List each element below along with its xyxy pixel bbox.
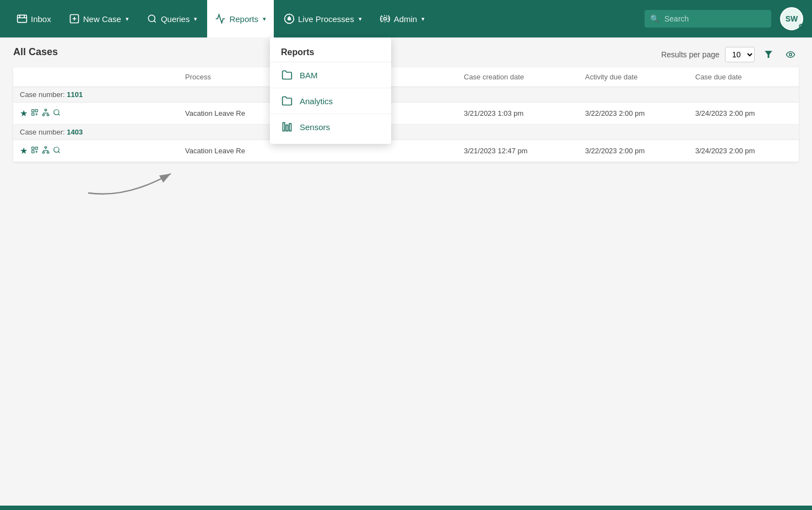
reports-label: Reports bbox=[229, 14, 258, 24]
col-actions bbox=[13, 67, 178, 87]
col-creation-date: Case creation date bbox=[457, 67, 578, 87]
analytics-label: Analytics bbox=[300, 96, 333, 106]
live-processes-chevron: ▾ bbox=[359, 15, 362, 23]
table-header: Process Case creation date Activity due … bbox=[13, 67, 799, 87]
svg-marker-10 bbox=[765, 51, 772, 58]
search-input[interactable] bbox=[645, 10, 771, 28]
main-content: Results per page 10 25 50 Process Case c… bbox=[0, 37, 812, 506]
row-1101-case-due-date: 3/24/2023 2:00 pm bbox=[689, 104, 799, 123]
case-group-1403: Case number: 1403 bbox=[13, 125, 799, 140]
svg-rect-22 bbox=[45, 147, 47, 148]
svg-point-18 bbox=[54, 110, 59, 115]
table-row: ★ bbox=[13, 140, 799, 162]
navbar: Inbox New Case ▾ Queries ▾ Reports ▾ bbox=[0, 0, 812, 37]
row-1101-activity-due-date: 3/22/2023 2:00 pm bbox=[578, 104, 689, 123]
bam-label: BAM bbox=[300, 71, 318, 80]
dropdown-item-analytics[interactable]: Analytics bbox=[270, 88, 391, 114]
svg-rect-23 bbox=[42, 152, 45, 153]
user-initials: SW bbox=[786, 14, 798, 23]
row-1403-process: Vacation Leave Re bbox=[178, 141, 457, 160]
nav-admin[interactable]: Admin ▾ bbox=[372, 0, 433, 37]
case-number-link-1101[interactable]: 1101 bbox=[67, 90, 83, 99]
new-case-icon bbox=[69, 13, 80, 24]
row-1101-actions: ★ bbox=[13, 103, 178, 124]
row-1403-creation-date: 3/21/2023 12:47 pm bbox=[457, 141, 578, 160]
nav-queries[interactable]: Queries ▾ bbox=[139, 0, 205, 37]
search-wrapper: 🔍 bbox=[645, 10, 771, 28]
svg-point-2 bbox=[148, 15, 155, 22]
inbox-icon bbox=[17, 13, 28, 24]
live-processes-label: Live Processes bbox=[298, 14, 354, 24]
reports-chevron: ▾ bbox=[263, 15, 266, 23]
svg-point-5 bbox=[383, 18, 386, 20]
case-number-link-1403[interactable]: 1403 bbox=[67, 128, 83, 136]
case-group-label-1403: Case number: bbox=[20, 128, 67, 136]
svg-rect-7 bbox=[283, 123, 285, 131]
link-icon[interactable] bbox=[31, 146, 39, 155]
row-1403-actions: ★ bbox=[13, 140, 178, 162]
row-1403-activity-due-date: 3/22/2023 2:00 pm bbox=[578, 141, 689, 160]
bottom-bar bbox=[0, 506, 812, 510]
dropdown-item-bam[interactable]: BAM bbox=[270, 62, 391, 88]
new-case-label: New Case bbox=[83, 14, 121, 24]
annotation-arrow bbox=[83, 160, 193, 206]
row-1101-creation-date: 3/21/2023 1:03 pm bbox=[457, 104, 578, 123]
hierarchy-icon[interactable] bbox=[42, 146, 50, 155]
case-group-1101: Case number: 1101 bbox=[13, 87, 799, 103]
sensors-icon bbox=[281, 121, 293, 133]
analytics-folder-icon bbox=[281, 95, 293, 107]
search-case-icon[interactable] bbox=[53, 109, 61, 118]
new-case-chevron: ▾ bbox=[126, 15, 129, 23]
results-per-page-label: Results per page bbox=[661, 50, 719, 59]
queries-chevron: ▾ bbox=[194, 15, 197, 23]
svg-rect-24 bbox=[47, 152, 49, 153]
filter-icon[interactable] bbox=[760, 46, 777, 63]
svg-rect-21 bbox=[32, 151, 34, 153]
dropdown-item-sensors[interactable]: Sensors bbox=[270, 114, 391, 139]
svg-rect-12 bbox=[32, 110, 34, 112]
search-icon: 🔍 bbox=[650, 14, 659, 23]
favorite-icon[interactable]: ★ bbox=[20, 146, 28, 156]
case-group-label-1101: Case number: bbox=[20, 90, 67, 99]
svg-rect-20 bbox=[35, 147, 37, 149]
search-case-icon[interactable] bbox=[53, 146, 61, 155]
svg-point-11 bbox=[789, 53, 792, 56]
svg-rect-15 bbox=[45, 109, 47, 110]
svg-point-6 bbox=[382, 15, 388, 22]
nav-reports[interactable]: Reports ▾ bbox=[207, 0, 274, 37]
svg-point-25 bbox=[54, 147, 59, 152]
admin-icon bbox=[380, 13, 391, 24]
bam-folder-icon bbox=[281, 69, 293, 81]
favorite-icon[interactable]: ★ bbox=[20, 108, 28, 119]
svg-rect-0 bbox=[18, 15, 27, 22]
inbox-label: Inbox bbox=[31, 14, 51, 24]
nav-new-case[interactable]: New Case ▾ bbox=[61, 0, 137, 37]
dropdown-header: Reports bbox=[270, 42, 391, 62]
svg-rect-19 bbox=[32, 147, 34, 149]
col-case-due-date: Case due date bbox=[689, 67, 799, 87]
svg-rect-14 bbox=[32, 113, 34, 115]
live-processes-icon bbox=[284, 13, 295, 24]
reports-dropdown: Reports BAM Analytics Sensors bbox=[270, 37, 391, 144]
results-per-page-select[interactable]: 10 25 50 bbox=[725, 47, 755, 62]
queries-icon bbox=[147, 13, 158, 24]
queries-label: Queries bbox=[161, 14, 190, 24]
user-avatar[interactable]: SW ⚙ bbox=[780, 7, 803, 30]
nav-inbox[interactable]: Inbox bbox=[9, 0, 59, 37]
view-icon[interactable] bbox=[782, 46, 799, 63]
table-controls: Results per page 10 25 50 bbox=[13, 46, 799, 63]
user-settings-icon: ⚙ bbox=[798, 23, 804, 30]
hierarchy-icon[interactable] bbox=[42, 109, 50, 118]
admin-chevron: ▾ bbox=[421, 15, 425, 23]
col-activity-due-date: Activity due date bbox=[578, 67, 689, 87]
svg-point-4 bbox=[288, 18, 290, 20]
nav-live-processes[interactable]: Live Processes ▾ bbox=[276, 0, 370, 37]
reports-icon bbox=[215, 13, 226, 24]
svg-rect-13 bbox=[35, 110, 37, 112]
cases-table: Process Case creation date Activity due … bbox=[13, 67, 799, 162]
svg-rect-16 bbox=[42, 115, 45, 116]
svg-rect-17 bbox=[47, 115, 49, 116]
link-icon[interactable] bbox=[31, 109, 39, 118]
svg-rect-9 bbox=[289, 124, 291, 131]
sensors-label: Sensors bbox=[300, 122, 330, 132]
